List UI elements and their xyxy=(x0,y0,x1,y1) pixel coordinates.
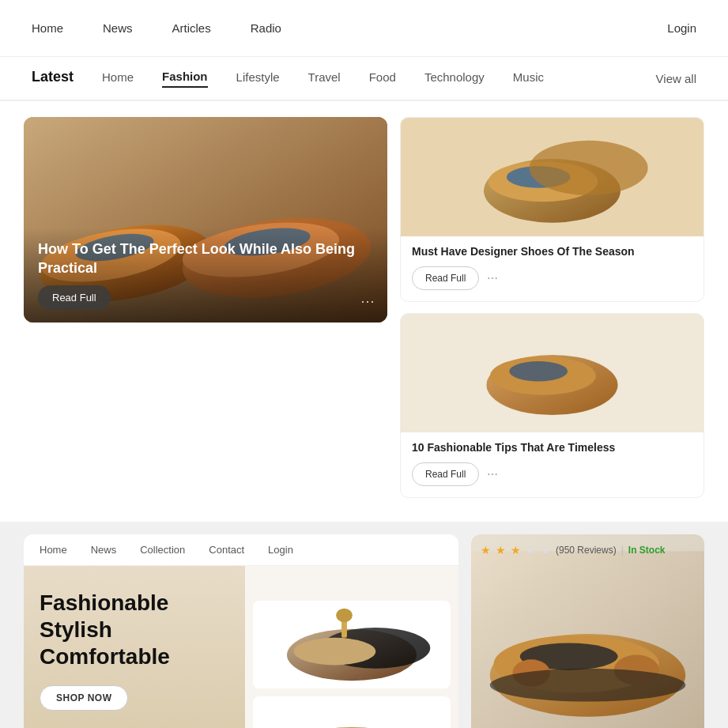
svg-point-15 xyxy=(509,361,568,381)
fashion-left: Fashionable Stylish Comfortable SHOP NOW xyxy=(24,566,245,728)
fashion-left-shoe-svg xyxy=(24,724,245,728)
fashion-tagline: Fashionable Stylish Comfortable xyxy=(40,590,229,670)
article-card-1-body: Must Have Designer Shoes Of The Season R… xyxy=(401,236,703,301)
article-card-2-read-btn[interactable]: Read Full xyxy=(412,462,479,486)
svg-rect-25 xyxy=(273,703,431,728)
nav-radio[interactable]: Radio xyxy=(251,21,281,35)
product-shoe-svg xyxy=(471,534,704,728)
product-image: ★ ★ ★ ★ ★ (950 Reviews) | In Stock xyxy=(471,534,704,728)
top-navigation: Home News Articles Radio Login xyxy=(0,0,728,57)
article-card-2-title: 10 Fashionable Tips That Are Timeless xyxy=(412,440,692,455)
main-article-read-btn[interactable]: Read Full xyxy=(38,285,111,310)
star-5: ★ xyxy=(541,544,551,556)
article-card-2-image xyxy=(401,314,703,432)
shoe-svg-1 xyxy=(401,118,703,236)
fashion-nav-login[interactable]: Login xyxy=(268,544,293,556)
cat-fashion[interactable]: Fashion xyxy=(162,70,208,88)
fashion-body: Fashionable Stylish Comfortable SHOP NOW xyxy=(24,566,458,728)
secondary-articles: Must Have Designer Shoes Of The Season R… xyxy=(400,117,704,498)
cat-food[interactable]: Food xyxy=(369,70,396,87)
shoe-svg-2 xyxy=(401,314,703,432)
star-1: ★ xyxy=(481,544,491,556)
nav-login[interactable]: Login xyxy=(667,21,696,35)
review-count: (950 Reviews) xyxy=(556,545,617,556)
top-nav-links: Home News Articles Radio xyxy=(32,21,667,35)
main-article-share-icon[interactable]: ⋯ xyxy=(360,292,375,310)
article-card-1-title: Must Have Designer Shoes Of The Season xyxy=(412,244,692,258)
category-navigation: Latest Home Fashion Lifestyle Travel Foo… xyxy=(0,57,728,101)
article-card-2: 10 Fashionable Tips That Are Timeless Re… xyxy=(400,313,704,498)
cat-latest[interactable]: Latest xyxy=(32,69,74,89)
fashion-shoe-svg-1 xyxy=(259,607,444,682)
svg-point-24 xyxy=(336,609,353,622)
article-card-2-body: 10 Fashionable Tips That Are Timeless Re… xyxy=(401,432,703,497)
articles-grid: How To Get The Perfect Look While Also B… xyxy=(24,117,704,498)
fashion-nav-collection[interactable]: Collection xyxy=(140,544,185,556)
in-stock-badge: In Stock xyxy=(628,545,666,556)
star-4: ★ xyxy=(526,544,536,556)
fashion-shoe-svg-2 xyxy=(259,703,444,728)
fashion-shoe-card-1 xyxy=(253,601,451,688)
product-panel: ★ ★ ★ ★ ★ (950 Reviews) | In Stock xyxy=(471,534,704,728)
fashion-shoe-card-2 xyxy=(253,696,451,728)
shop-now-button[interactable]: SHOP NOW xyxy=(40,685,128,711)
cat-technology[interactable]: Technology xyxy=(424,70,485,87)
main-article-overlay: How To Get The Perfect Look While Also B… xyxy=(24,228,387,323)
main-article-title: How To Get The Perfect Look While Also B… xyxy=(38,240,373,277)
article-card-2-footer: Read Full ⋯ xyxy=(412,462,692,486)
main-content: How To Get The Perfect Look While Also B… xyxy=(0,101,728,522)
article-card-1-image xyxy=(401,118,703,236)
fashion-right xyxy=(245,566,458,728)
product-rating: ★ ★ ★ ★ ★ (950 Reviews) | In Stock xyxy=(481,544,666,556)
divider-dot: | xyxy=(621,545,624,556)
star-3: ★ xyxy=(511,544,521,556)
fashion-nav-news[interactable]: News xyxy=(91,544,117,556)
svg-point-35 xyxy=(490,669,685,702)
fashion-nav-contact[interactable]: Contact xyxy=(209,544,244,556)
nav-home[interactable]: Home xyxy=(32,21,63,35)
cat-home[interactable]: Home xyxy=(102,70,134,87)
main-article: How To Get The Perfect Look While Also B… xyxy=(24,117,387,323)
article-card-1-share-icon[interactable]: ⋯ xyxy=(487,272,498,285)
article-card-1: Must Have Designer Shoes Of The Season R… xyxy=(400,117,704,302)
cat-viewall[interactable]: View all xyxy=(656,72,696,85)
star-2: ★ xyxy=(496,544,506,556)
nav-articles[interactable]: Articles xyxy=(172,21,211,35)
cat-music[interactable]: Music xyxy=(513,70,544,87)
svg-point-22 xyxy=(294,638,376,666)
fashion-nav-home[interactable]: Home xyxy=(40,544,67,556)
fashion-nav: Home News Collection Contact Login xyxy=(24,534,458,566)
svg-point-11 xyxy=(530,141,648,195)
cat-lifestyle[interactable]: Lifestyle xyxy=(236,70,280,87)
article-card-2-share-icon[interactable]: ⋯ xyxy=(487,468,498,481)
cat-travel[interactable]: Travel xyxy=(308,70,341,87)
article-card-1-read-btn[interactable]: Read Full xyxy=(412,266,479,290)
fashion-panel: Home News Collection Contact Login Fashi… xyxy=(24,534,458,728)
article-card-1-footer: Read Full ⋯ xyxy=(412,266,692,290)
nav-news[interactable]: News xyxy=(103,21,133,35)
bottom-section: Home News Collection Contact Login Fashi… xyxy=(0,522,728,728)
